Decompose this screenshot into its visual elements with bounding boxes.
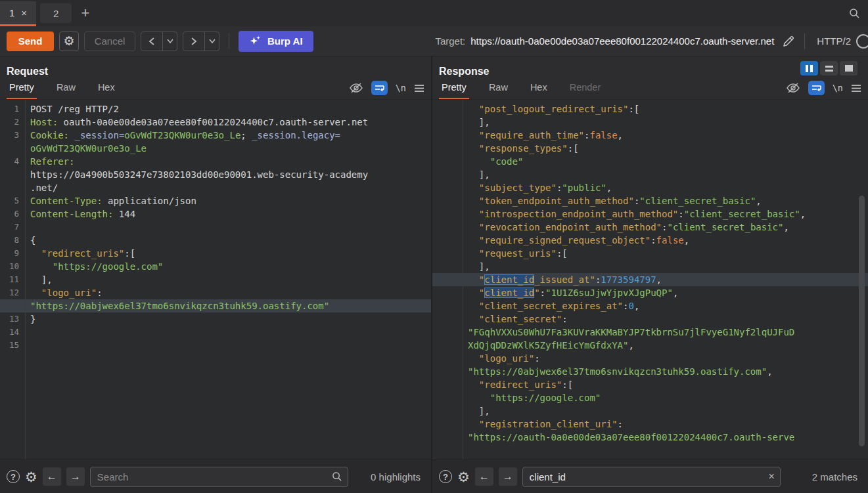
code-token: "logo_uri" [479,353,534,364]
send-settings-button[interactable]: ⚙ [59,32,79,51]
code-token: Referer: [30,156,74,167]
tab-label: 1 [9,7,14,18]
request-tab-hex[interactable]: Hex [95,78,118,99]
cancel-button[interactable]: Cancel [84,32,135,51]
newline-icon[interactable]: \n [833,83,843,93]
code-line: "https://google.com" [432,391,868,404]
highlight-count: 0 highlights [371,471,424,482]
response-tab-pretty[interactable]: Pretty [439,78,469,99]
line-number: 4 [0,155,25,168]
layout-single-button[interactable] [840,61,857,75]
line-number: 13 [0,312,25,326]
next-match-button[interactable]: → [499,467,517,486]
line-number [432,326,463,339]
search-icon [332,471,342,482]
back-dropdown-button[interactable] [162,32,177,51]
code-token: "client_secret_expires_at" [479,301,623,311]
code-token [468,143,479,154]
code-token [468,301,479,311]
bottom-search-bars: ? ⚙ ← → 0 highlights ? ⚙ ← → × 2 matches [0,460,868,493]
add-tab-button[interactable]: + [72,0,99,26]
code-token: { [30,235,35,246]
code-line: "client_secret": [432,312,868,326]
response-search-input[interactable] [522,467,781,487]
line-number: 5 [0,194,25,207]
help-icon[interactable]: ? [439,470,452,483]
clear-search-icon[interactable]: × [768,471,774,482]
request-tab-pretty[interactable]: Pretty [7,78,37,99]
code-token: : [534,353,539,364]
match-count: 2 matches [812,471,861,482]
tab-search-button[interactable] [841,0,868,26]
code-token: :[ [562,379,573,390]
chevron-down-icon [209,39,216,43]
code-token: "code" [490,156,524,167]
line-number [0,142,25,155]
code-line: 13} [0,312,431,326]
chevron-left-icon [148,37,155,45]
forward-button[interactable] [183,32,204,51]
layout-toggles [800,61,857,75]
code-token [468,222,479,232]
layout-columns-button[interactable] [800,61,818,75]
gear-icon[interactable]: ⚙ [457,470,470,484]
response-scrollbar[interactable] [859,196,865,446]
code-token: "request_uris" [479,248,557,259]
layout-rows-button[interactable] [820,61,838,75]
newline-icon[interactable]: \n [396,83,406,93]
menu-icon[interactable] [851,84,861,93]
wrap-icon [375,84,384,93]
code-token: :[ [568,143,579,154]
help-icon[interactable]: ? [7,470,20,483]
send-button[interactable]: Send [7,32,54,51]
code-token: : [540,288,545,298]
repeater-tab-1[interactable]: 1 × [0,1,36,26]
code-line: "FGqhVXXuS0WhU7Fa3KUVraKKMaBYJP7tkbrnSu7… [432,326,868,339]
history-forward-group [183,32,219,51]
code-line: "https://0abjwex6el37tmo6snvikqzcn3tuhk5… [0,299,431,312]
line-number [432,102,463,116]
response-tab-hex[interactable]: Hex [528,78,550,99]
back-button[interactable] [141,32,162,51]
protocol-info-icon[interactable] [856,34,868,49]
code-token: "FGqhVXXuS0WhU7Fa3KUVraKKMaBYJP7tkbrnSu7… [468,327,794,337]
response-tab-render[interactable]: Render [567,78,604,99]
line-number [432,260,463,273]
prev-match-button[interactable]: ← [43,467,61,486]
code-token: POST /reg HTTP/2 [30,104,119,114]
hide-eye-icon[interactable] [786,82,800,94]
code-line: "https://oauth-0a0e00de03a07eee80f001220… [432,431,868,444]
code-token: _session.legacy= [252,130,340,140]
tab-close-icon[interactable]: × [21,7,27,18]
burp-ai-button[interactable]: Burp AI [239,31,313,52]
search-match: client_id [484,274,534,285]
word-wrap-toggle[interactable] [371,81,388,95]
edit-pencil-icon[interactable] [782,35,795,48]
code-token: https://0a4900b503247e73802103dd00e90001… [30,169,368,180]
sparkles-icon [249,35,262,48]
layout-columns-icon [806,65,808,72]
response-tab-raw[interactable]: Raw [486,78,511,99]
word-wrap-toggle[interactable] [808,81,825,95]
request-search-input[interactable] [90,467,348,487]
forward-dropdown-button[interactable] [204,32,219,51]
prev-match-button[interactable]: ← [475,467,493,486]
code-token: , [656,274,662,285]
request-editor[interactable]: 1POST /reg HTTP/22Host: oauth-0a0e00de03… [0,100,431,460]
code-token: 0 [628,301,633,311]
hide-eye-icon[interactable] [349,82,363,94]
repeater-tab-2[interactable]: 2 [40,3,72,23]
code-token: : [562,314,567,324]
code-token: Content-Length: [30,209,113,219]
next-match-button[interactable]: → [66,467,85,486]
response-editor[interactable]: "post_logout_redirect_uris":[ ], "requir… [432,100,868,460]
code-token [468,288,479,298]
menu-icon[interactable] [414,84,424,93]
gear-icon[interactable]: ⚙ [25,470,37,484]
code-token: ; [240,130,252,140]
line-number [432,404,463,418]
code-token [30,248,41,259]
request-tab-raw[interactable]: Raw [54,78,78,99]
code-token: "https://0abjwex6el37tmo6snvikqzcn3tuhk5… [468,366,767,377]
code-token: , [756,196,761,206]
